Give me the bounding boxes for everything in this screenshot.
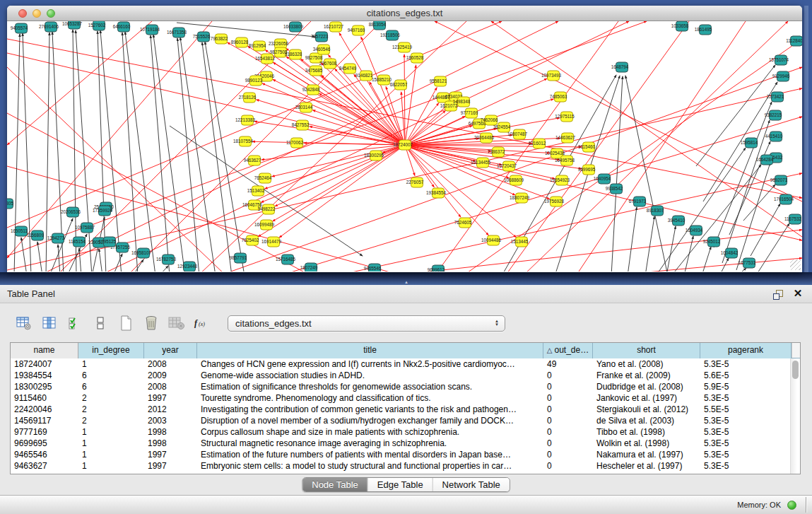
table-cell[interactable]: Tourette syndrome. Phenomenology and cla… xyxy=(197,392,543,404)
graph-panel-splitter[interactable]: ▴ xyxy=(0,272,812,285)
table-cell[interactable]: 5.3E-5 xyxy=(700,392,792,404)
table-cell[interactable]: Stergiakouli et al. (2012) xyxy=(593,404,700,415)
table-row[interactable]: 946362711997Embryonic stem cells: a mode… xyxy=(11,460,800,472)
table-cell[interactable]: 18300295 xyxy=(11,381,78,392)
table-cell[interactable]: Dudbridge et al. (2008) xyxy=(593,381,700,392)
table-cell[interactable]: 0 xyxy=(543,392,593,404)
table-cell[interactable]: 18724007 xyxy=(11,358,78,370)
delete-table-icon[interactable] xyxy=(141,315,160,332)
table-cell[interactable]: 5.9E-5 xyxy=(700,381,792,392)
table-row[interactable]: 1872400712008Changes of HCN gene express… xyxy=(11,358,800,370)
table-cell[interactable]: Investigating the contribution of common… xyxy=(197,404,543,415)
table-cell[interactable]: 1997 xyxy=(144,392,197,404)
table-vertical-scrollbar[interactable] xyxy=(790,358,800,474)
column-header-year[interactable]: year xyxy=(144,343,197,358)
table-cell[interactable]: 2 xyxy=(78,392,144,404)
table-cell[interactable]: 1 xyxy=(78,449,144,460)
window-resize-grip[interactable] xyxy=(790,259,801,270)
table-cell[interactable]: 0 xyxy=(543,381,593,392)
table-cell[interactable]: 5.3E-5 xyxy=(700,449,792,460)
table-cell[interactable]: 1998 xyxy=(144,426,197,438)
table-cell[interactable]: Franke et al. (2009) xyxy=(593,370,700,381)
table-cell[interactable]: 9699695 xyxy=(11,438,78,449)
select-rows-icon[interactable] xyxy=(65,315,84,332)
table-cell[interactable]: Disruption of a novel member of a sodium… xyxy=(197,415,543,426)
table-row[interactable]: 977716911998Corpus callosum shape and si… xyxy=(11,426,800,438)
table-cell[interactable]: 1 xyxy=(78,438,144,449)
show-column-icon[interactable] xyxy=(40,315,59,332)
table-cell[interactable]: 1997 xyxy=(144,449,197,460)
column-header-pagerank[interactable]: pagerank xyxy=(700,343,792,358)
table-cell[interactable]: 0 xyxy=(543,426,593,438)
column-header-short[interactable]: short xyxy=(593,343,700,358)
table-cell[interactable]: Jankovic et al. (1997) xyxy=(593,392,700,404)
table-cell[interactable]: Corpus callosum shape and size in male p… xyxy=(197,426,543,438)
table-cell[interactable]: 49 xyxy=(543,358,593,370)
table-cell[interactable]: 1 xyxy=(78,426,144,438)
table-cell[interactable]: 5.6E-5 xyxy=(700,370,792,381)
table-cell[interactable]: 1 xyxy=(78,460,144,472)
table-cell[interactable]: 5.3E-5 xyxy=(700,426,792,438)
network-graph[interactable]: 9405574276914061065328715276026466160107… xyxy=(7,21,802,271)
table-cell[interactable]: 2 xyxy=(78,404,144,415)
delete-column-disabled-icon[interactable] xyxy=(167,315,186,332)
table-cell[interactable]: 2 xyxy=(78,415,144,426)
table-cell[interactable]: 0 xyxy=(543,415,593,426)
table-cell[interactable]: 5.3E-5 xyxy=(700,460,792,472)
table-cell[interactable]: 2009 xyxy=(144,370,197,381)
table-cell[interactable]: Changes of HCN gene expression and I(f) … xyxy=(197,358,543,370)
new-table-icon[interactable] xyxy=(116,315,135,332)
table-cell[interactable]: 6 xyxy=(78,381,144,392)
table-cell[interactable]: 0 xyxy=(543,404,593,415)
table-cell[interactable]: Wolkin et al. (1998) xyxy=(593,438,700,449)
column-header-title[interactable]: title xyxy=(197,343,543,358)
table-cell[interactable]: Yano et al. (2008) xyxy=(593,358,700,370)
table-cell[interactable]: Genome-wide association studies in ADHD. xyxy=(197,370,543,381)
table-cell[interactable]: 1 xyxy=(78,358,144,370)
table-settings-icon[interactable] xyxy=(14,315,33,332)
table-row[interactable]: 1938455462009Genome-wide association stu… xyxy=(11,370,800,381)
table-cell[interactable]: Embryonic stem cells: a model to study s… xyxy=(197,460,543,472)
table-cell[interactable]: Nakamura et al. (1997) xyxy=(593,449,700,460)
function-builder-icon[interactable]: f(x) xyxy=(192,315,211,332)
close-panel-icon[interactable]: ✕ xyxy=(792,288,804,299)
table-select[interactable]: citations_edges.txt ▲▼ xyxy=(228,315,505,332)
table-row[interactable]: 946554611997Estimation of the future num… xyxy=(11,449,800,460)
tab-node-table[interactable]: Node Table xyxy=(302,478,368,491)
table-cell[interactable]: 22420046 xyxy=(11,404,78,415)
table-cell[interactable]: 9115460 xyxy=(11,392,78,404)
table-cell[interactable]: 2008 xyxy=(144,358,197,370)
row-height-icon[interactable] xyxy=(90,315,110,332)
tab-network-table[interactable]: Network Table xyxy=(433,478,510,491)
table-cell[interactable]: Estimation of the future numbers of pati… xyxy=(197,449,543,460)
table-cell[interactable]: 9463627 xyxy=(11,460,78,472)
tab-edge-table[interactable]: Edge Table xyxy=(368,478,433,491)
table-cell[interactable]: 5.3E-5 xyxy=(700,438,792,449)
table-cell[interactable]: 0 xyxy=(543,370,593,381)
memory-ok-indicator-icon[interactable] xyxy=(787,501,796,510)
table-cell[interactable]: 19384554 xyxy=(11,370,78,381)
table-cell[interactable]: de Silva et al. (2003) xyxy=(593,415,700,426)
table-cell[interactable]: 0 xyxy=(543,438,593,449)
table-cell[interactable]: Tibbo et al. (1998) xyxy=(593,426,700,438)
table-cell[interactable]: 0 xyxy=(543,460,593,472)
network-canvas[interactable]: 9405574276914061065328715276026466160107… xyxy=(7,21,802,271)
float-panel-icon[interactable] xyxy=(772,288,784,300)
table-cell[interactable]: 5.5E-5 xyxy=(700,404,792,415)
table-cell[interactable]: 9777169 xyxy=(11,426,78,438)
table-cell[interactable]: 14569117 xyxy=(11,415,78,426)
table-cell[interactable]: 2012 xyxy=(144,404,197,415)
column-header-in_degree[interactable]: in_degree xyxy=(78,343,144,358)
window-titlebar[interactable]: citations_edges.txt xyxy=(7,6,802,21)
column-header-out_de[interactable]: △out_de… xyxy=(543,343,593,358)
table-cell[interactable]: 2008 xyxy=(144,381,197,392)
table-cell[interactable]: 5.3E-5 xyxy=(700,358,792,370)
table-cell[interactable]: Hescheler et al. (1997) xyxy=(593,460,700,472)
column-header-name[interactable]: name xyxy=(11,343,78,358)
table-cell[interactable]: 5.3E-5 xyxy=(700,415,792,426)
table-row[interactable]: 1456911722003Disruption of a novel membe… xyxy=(11,415,800,426)
table-row[interactable]: 2242004622012Investigating the contribut… xyxy=(11,404,800,415)
table-row[interactable]: 1830029562008Estimation of significance … xyxy=(11,381,800,392)
table-cell[interactable]: 0 xyxy=(543,449,593,460)
scrollbar-thumb[interactable] xyxy=(792,361,799,379)
